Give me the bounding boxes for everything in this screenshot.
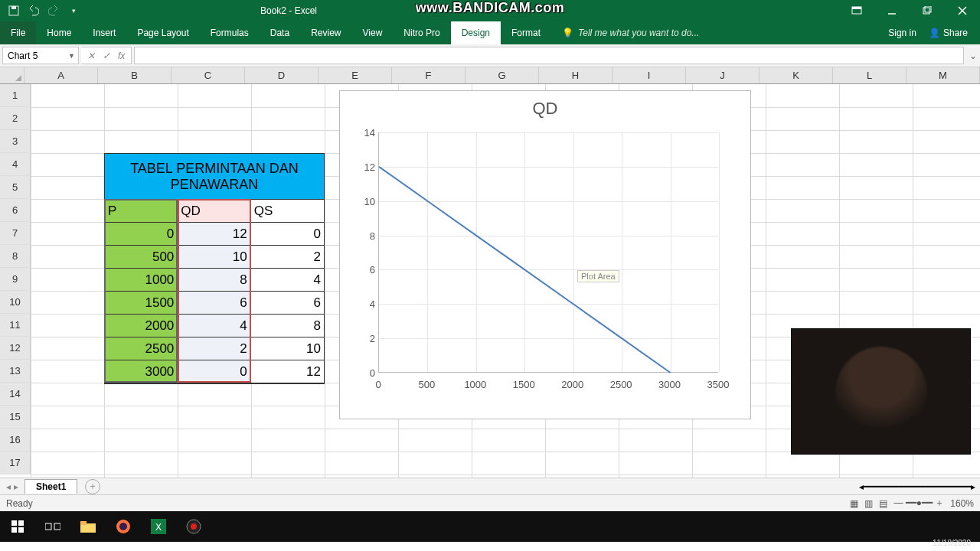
- row-header-8[interactable]: 8: [0, 245, 31, 268]
- tab-home[interactable]: Home: [36, 21, 82, 44]
- table-cell-p[interactable]: 1500: [105, 292, 178, 315]
- table-cell-p[interactable]: 1000: [105, 269, 178, 292]
- zoom-slider[interactable]: — ━━●━━ ＋: [893, 497, 944, 510]
- column-header-G[interactable]: G: [466, 67, 539, 83]
- redo-icon[interactable]: [47, 5, 60, 17]
- start-icon[interactable]: [5, 515, 31, 538]
- minimize-icon[interactable]: [874, 0, 910, 21]
- formula-bar[interactable]: [134, 47, 964, 64]
- table-cell-qd[interactable]: 0: [178, 360, 250, 383]
- save-icon[interactable]: [8, 5, 20, 17]
- table-cell-p[interactable]: 2000: [105, 315, 178, 337]
- system-tray[interactable]: 11/18/2020: [933, 539, 971, 548]
- tab-formulas[interactable]: Formulas: [200, 21, 260, 44]
- row-header-7[interactable]: 7: [0, 222, 31, 245]
- zoom-level[interactable]: 160%: [950, 498, 974, 509]
- file-explorer-icon[interactable]: [75, 515, 101, 538]
- column-header-I[interactable]: I: [612, 67, 686, 83]
- tab-design[interactable]: Design: [451, 21, 501, 44]
- excel-icon[interactable]: X: [145, 515, 172, 538]
- row-header-4[interactable]: 4: [0, 153, 31, 176]
- row-header-14[interactable]: 14: [0, 383, 31, 406]
- row-header-17[interactable]: 17: [0, 452, 31, 474]
- column-header-L[interactable]: L: [833, 67, 906, 83]
- column-header-F[interactable]: F: [392, 67, 466, 83]
- share-button[interactable]: 👤 Share: [924, 28, 972, 38]
- row-header-3[interactable]: 3: [0, 130, 31, 153]
- sheet-tab-active[interactable]: Sheet1: [24, 479, 77, 494]
- name-box[interactable]: Chart 5 ▼: [2, 47, 79, 64]
- table-cell-qs[interactable]: 10: [251, 337, 324, 360]
- column-header-D[interactable]: D: [245, 67, 318, 83]
- view-normal-icon[interactable]: ▦: [850, 498, 858, 509]
- table-cell-qs[interactable]: 6: [251, 292, 324, 315]
- enter-icon[interactable]: ✓: [103, 51, 110, 61]
- row-header-16[interactable]: 16: [0, 429, 31, 452]
- cancel-icon[interactable]: ✕: [87, 51, 95, 61]
- tab-insert[interactable]: Insert: [82, 21, 126, 44]
- view-page-icon[interactable]: ▥: [864, 498, 873, 509]
- maximize-icon[interactable]: [910, 0, 945, 21]
- table-cell-qs[interactable]: 8: [251, 315, 324, 337]
- horizontal-scrollbar[interactable]: ◂━━━━━━━━━━━━━━━━━━━━▸: [100, 481, 980, 492]
- fx-icon[interactable]: fx: [118, 51, 125, 61]
- tell-me[interactable]: 💡 Tell me what you want to do...: [562, 21, 699, 44]
- row-header-5[interactable]: 5: [0, 176, 31, 199]
- row-header-12[interactable]: 12: [0, 337, 31, 360]
- table-cell-qs[interactable]: 12: [251, 360, 324, 383]
- sign-in-link[interactable]: Sign in: [888, 28, 916, 38]
- column-header-A[interactable]: A: [24, 67, 98, 83]
- column-header-K[interactable]: K: [760, 67, 833, 83]
- add-sheet-button[interactable]: ＋: [85, 479, 100, 494]
- row-header-1[interactable]: 1: [0, 84, 31, 107]
- tab-format[interactable]: Format: [501, 21, 551, 44]
- row-header-13[interactable]: 13: [0, 360, 31, 383]
- table-cell-p[interactable]: 3000: [105, 360, 178, 383]
- table-cell-qs[interactable]: 0: [251, 223, 324, 246]
- row-header-11[interactable]: 11: [0, 314, 31, 337]
- table-cell-p[interactable]: 0: [105, 223, 178, 246]
- table-cell-p[interactable]: 500: [105, 246, 178, 269]
- qat-dropdown-icon[interactable]: ▾: [67, 5, 80, 17]
- worksheet-grid[interactable]: ABCDEFGHIJKLM 1234567891011121314151617 …: [0, 67, 980, 478]
- undo-icon[interactable]: [28, 5, 40, 17]
- sheet-nav[interactable]: ◂▸: [0, 481, 24, 492]
- column-header-J[interactable]: J: [686, 67, 760, 83]
- table-cell-qs[interactable]: 2: [251, 246, 324, 269]
- table-cell-qd[interactable]: 8: [178, 269, 250, 292]
- column-header-B[interactable]: B: [98, 67, 172, 83]
- chart-title[interactable]: QD: [340, 91, 750, 123]
- column-header-H[interactable]: H: [539, 67, 612, 83]
- table-cell-qd[interactable]: 10: [178, 246, 250, 269]
- ribbon-options-icon[interactable]: [839, 0, 874, 21]
- select-all-triangle[interactable]: [0, 67, 24, 83]
- tab-file[interactable]: File: [0, 21, 36, 44]
- embedded-chart[interactable]: QD 02468101214 0500100015002000250030003…: [339, 90, 751, 419]
- tab-nitro-pro[interactable]: Nitro Pro: [393, 21, 450, 44]
- row-header-15[interactable]: 15: [0, 406, 31, 429]
- row-header-6[interactable]: 6: [0, 199, 31, 222]
- taskview-icon[interactable]: [40, 515, 66, 538]
- column-header-M[interactable]: M: [906, 67, 980, 83]
- table-cell-qs[interactable]: 4: [251, 269, 324, 292]
- close-icon[interactable]: [945, 0, 980, 21]
- tab-data[interactable]: Data: [260, 21, 300, 44]
- bandicam-record-icon[interactable]: [181, 515, 207, 538]
- tab-view[interactable]: View: [352, 21, 394, 44]
- table-cell-qd[interactable]: 2: [178, 337, 250, 360]
- view-break-icon[interactable]: ▤: [879, 498, 887, 509]
- table-cell-qd[interactable]: 12: [178, 223, 250, 246]
- formula-bar-expand-icon[interactable]: ⌄: [966, 44, 980, 67]
- tab-review[interactable]: Review: [300, 21, 351, 44]
- table-cell-p[interactable]: 2500: [105, 337, 178, 360]
- row-header-9[interactable]: 9: [0, 268, 31, 291]
- tab-page-layout[interactable]: Page Layout: [126, 21, 199, 44]
- name-box-dropdown-icon[interactable]: ▼: [68, 52, 75, 60]
- row-header-2[interactable]: 2: [0, 107, 31, 130]
- row-header-10[interactable]: 10: [0, 291, 31, 314]
- firefox-icon[interactable]: [110, 515, 136, 538]
- table-cell-qd[interactable]: 4: [178, 315, 250, 337]
- chart-plot-area[interactable]: [378, 132, 718, 373]
- column-header-C[interactable]: C: [172, 67, 245, 83]
- column-header-E[interactable]: E: [318, 67, 392, 83]
